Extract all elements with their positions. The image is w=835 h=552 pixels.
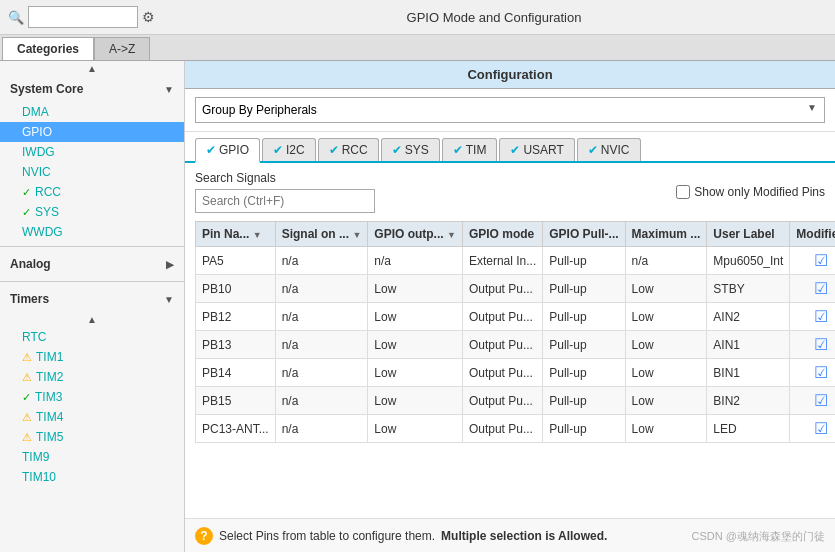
scroll-up-timers-btn[interactable]: ▲ — [0, 312, 184, 327]
cell-gpiooutput: Low — [368, 415, 463, 443]
cell-pinname: PB13 — [196, 331, 276, 359]
cell-gpiomode: Output Pu... — [462, 303, 542, 331]
sidebar-item-tim1[interactable]: ⚠ TIM1 — [0, 347, 184, 367]
cell-userlabel: AIN2 — [707, 303, 790, 331]
sidebar-section-header-systemcore[interactable]: System Core ▼ — [0, 76, 184, 102]
cell-maximum: Low — [625, 303, 707, 331]
sidebar-item-label: NVIC — [22, 165, 51, 179]
cell-modified: ☑ — [790, 275, 835, 303]
sidebar-item-rcc[interactable]: ✓ RCC — [0, 182, 184, 202]
gear-icon[interactable]: ⚙ — [142, 9, 155, 25]
sidebar-item-tim3[interactable]: ✓ TIM3 — [0, 387, 184, 407]
sidebar-item-rtc[interactable]: RTC — [0, 327, 184, 347]
cell-gpiopull: Pull-up — [543, 359, 625, 387]
periph-tab-label-i2c: I2C — [286, 143, 305, 157]
col-header-signal[interactable]: Signal on ... ▼ — [275, 222, 368, 247]
table-row[interactable]: PB13 n/a Low Output Pu... Pull-up Low AI… — [196, 331, 836, 359]
sidebar-item-tim9[interactable]: TIM9 — [0, 447, 184, 467]
sidebar-divider-2 — [0, 281, 184, 282]
cell-userlabel: LED — [707, 415, 790, 443]
cell-gpiooutput: Low — [368, 275, 463, 303]
cell-maximum: Low — [625, 359, 707, 387]
sidebar-section-header-analog[interactable]: Analog ▶ — [0, 251, 184, 277]
cell-modified: ☑ — [790, 415, 835, 443]
sidebar-item-tim4[interactable]: ⚠ TIM4 — [0, 407, 184, 427]
sidebar-section-header-timers[interactable]: Timers ▼ — [0, 286, 184, 312]
peripheral-tabs: ✔ GPIO ✔ I2C ✔ RCC ✔ SYS ✔ TIM — [185, 132, 835, 163]
cell-signal: n/a — [275, 359, 368, 387]
periph-tab-tim[interactable]: ✔ TIM — [442, 138, 498, 161]
chevron-down-icon-timers: ▼ — [164, 294, 174, 305]
table-row[interactable]: PB10 n/a Low Output Pu... Pull-up Low ST… — [196, 275, 836, 303]
group-by-select[interactable]: Group By Peripherals Group By IP — [195, 97, 825, 123]
table-row[interactable]: PC13-ANT... n/a Low Output Pu... Pull-up… — [196, 415, 836, 443]
sidebar-item-gpio[interactable]: GPIO — [0, 122, 184, 142]
tab-check-usart: ✔ — [510, 143, 520, 157]
check-icon-rcc: ✓ — [22, 186, 31, 199]
show-modified-checkbox[interactable] — [676, 185, 690, 199]
sidebar-item-dma[interactable]: DMA — [0, 102, 184, 122]
cell-maximum: Low — [625, 331, 707, 359]
cell-signal: n/a — [275, 331, 368, 359]
main-layout: ▲ System Core ▼ DMA GPIO IWDG NVIC — [0, 61, 835, 552]
sidebar-item-tim5[interactable]: ⚠ TIM5 — [0, 427, 184, 447]
show-modified-row: Show only Modified Pins — [676, 185, 825, 199]
warn-icon-tim5: ⚠ — [22, 431, 32, 444]
search-box: 🔍 ⚙ — [8, 6, 155, 28]
table-row[interactable]: PB14 n/a Low Output Pu... Pull-up Low BI… — [196, 359, 836, 387]
cell-modified: ☑ — [790, 359, 835, 387]
sidebar-item-tim10[interactable]: TIM10 — [0, 467, 184, 487]
table-row[interactable]: PA5 n/a n/a External In... Pull-up n/a M… — [196, 247, 836, 275]
periph-tab-label-tim: TIM — [466, 143, 487, 157]
page-title: GPIO Mode and Configuration — [161, 10, 827, 25]
col-header-pinname[interactable]: Pin Na... ▼ — [196, 222, 276, 247]
sidebar-item-sys[interactable]: ✓ SYS — [0, 202, 184, 222]
sidebar-divider-1 — [0, 246, 184, 247]
tab-check-rcc: ✔ — [329, 143, 339, 157]
cell-gpiomode: Output Pu... — [462, 387, 542, 415]
periph-tab-usart[interactable]: ✔ USART — [499, 138, 574, 161]
col-header-gpiomode[interactable]: GPIO mode — [462, 222, 542, 247]
sidebar-item-nvic[interactable]: NVIC — [0, 162, 184, 182]
cell-gpiooutput: Low — [368, 359, 463, 387]
periph-tab-rcc[interactable]: ✔ RCC — [318, 138, 379, 161]
cell-modified: ☑ — [790, 387, 835, 415]
periph-tab-i2c[interactable]: ✔ I2C — [262, 138, 316, 161]
cell-pinname: PC13-ANT... — [196, 415, 276, 443]
col-header-maximum[interactable]: Maximum ... — [625, 222, 707, 247]
cell-gpiooutput: Low — [368, 331, 463, 359]
cell-maximum: Low — [625, 275, 707, 303]
search-signals-input[interactable] — [195, 189, 375, 213]
periph-tab-sys[interactable]: ✔ SYS — [381, 138, 440, 161]
scroll-up-btn[interactable]: ▲ — [0, 61, 184, 76]
sidebar-item-tim2[interactable]: ⚠ TIM2 — [0, 367, 184, 387]
cell-maximum: Low — [625, 387, 707, 415]
search-signals-label: Search Signals — [195, 171, 375, 185]
sidebar-item-iwdg[interactable]: IWDG — [0, 142, 184, 162]
sidebar-section-timers: Timers ▼ ▲ RTC ⚠ TIM1 ⚠ TIM2 ✓ TIM3 — [0, 286, 184, 487]
col-header-modified[interactable]: Modified — [790, 222, 835, 247]
tab-check-sys: ✔ — [392, 143, 402, 157]
content-area: Configuration Group By Peripherals Group… — [185, 61, 835, 552]
sidebar-item-label: TIM2 — [36, 370, 63, 384]
top-bar: 🔍 ⚙ GPIO Mode and Configuration — [0, 0, 835, 35]
tab-check-gpio: ✔ — [206, 143, 216, 157]
table-row[interactable]: PB12 n/a Low Output Pu... Pull-up Low AI… — [196, 303, 836, 331]
col-header-userlabel[interactable]: User Label — [707, 222, 790, 247]
tab-check-tim: ✔ — [453, 143, 463, 157]
periph-tab-nvic[interactable]: ✔ NVIC — [577, 138, 641, 161]
periph-tab-label-usart: USART — [523, 143, 563, 157]
sort-icon-signal: ▼ — [352, 230, 361, 240]
top-search-input[interactable] — [28, 6, 138, 28]
sidebar-item-wwdg[interactable]: WWDG — [0, 222, 184, 242]
sidebar-item-label: GPIO — [22, 125, 52, 139]
cell-gpiomode: Output Pu... — [462, 359, 542, 387]
sidebar-item-label: TIM9 — [22, 450, 49, 464]
table-row[interactable]: PB15 n/a Low Output Pu... Pull-up Low BI… — [196, 387, 836, 415]
col-header-gpiopull[interactable]: GPIO Pull-... — [543, 222, 625, 247]
tab-atoz[interactable]: A->Z — [94, 37, 150, 60]
periph-tab-gpio[interactable]: ✔ GPIO — [195, 138, 260, 163]
tab-categories[interactable]: Categories — [2, 37, 94, 60]
col-header-gpiooutput[interactable]: GPIO outp... ▼ — [368, 222, 463, 247]
sidebar-item-label: TIM5 — [36, 430, 63, 444]
